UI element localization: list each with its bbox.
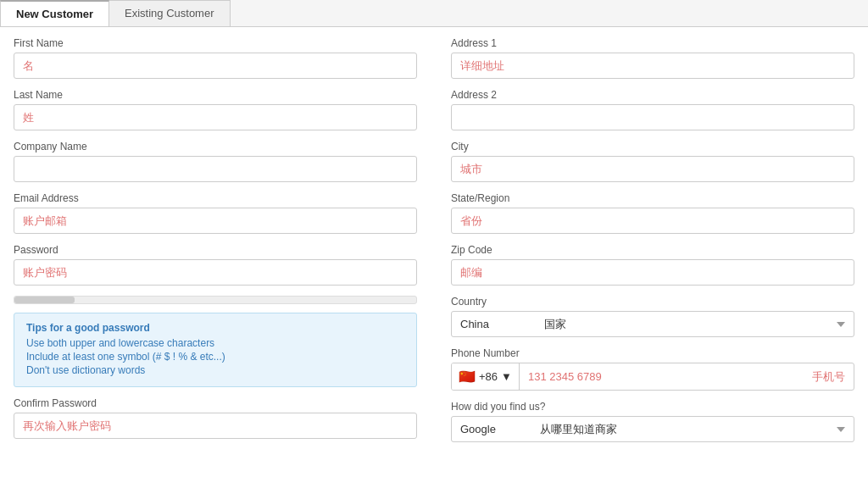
company-name-group: Company Name [14,141,417,182]
city-input[interactable] [451,156,854,182]
state-region-input[interactable] [451,208,854,234]
tab-existing-customer[interactable]: Existing Customer [108,0,230,26]
first-name-input[interactable] [14,53,417,79]
address2-input[interactable] [451,104,854,130]
zip-code-input[interactable] [451,259,854,286]
city-group: City [451,141,854,182]
password-label: Password [14,244,417,256]
password-tips-box: Tips for a good password Use both upper … [14,313,417,387]
last-name-group: Last Name [14,89,417,130]
tips-list: Use both upper and lowercase characters … [26,337,404,376]
address1-input[interactable] [451,53,854,79]
phone-input[interactable] [520,364,812,389]
tips-title: Tips for a good password [26,322,404,334]
state-region-label: State/Region [451,192,854,204]
email-label: Email Address [14,192,417,204]
first-name-group: First Name [14,37,417,79]
tab-new-customer[interactable]: New Customer [0,0,109,26]
tabs-container: New Customer Existing Customer [0,0,868,27]
how-find-label: How did you find us? [451,401,854,413]
dropdown-arrow-icon: ▼ [501,370,512,383]
country-select[interactable]: China 国家 [451,311,854,337]
tip-3: Don't use dictionary words [26,364,404,376]
confirm-password-group: Confirm Password [14,397,417,439]
right-column: Address 1 Address 2 City State/Region Zi… [434,37,854,452]
state-region-group: State/Region [451,192,854,234]
address1-label: Address 1 [451,37,854,49]
company-name-label: Company Name [14,141,417,152]
company-name-input[interactable] [14,156,417,182]
country-group: Country China 国家 [451,296,854,337]
phone-row: 🇨🇳 +86 ▼ 手机号 [451,363,854,391]
how-find-select[interactable]: Google 从哪里知道商家 [451,416,854,442]
phone-label: Phone Number [451,347,854,359]
confirm-password-label: Confirm Password [14,397,417,409]
phone-flag-selector[interactable]: 🇨🇳 +86 ▼ [452,363,520,390]
city-label: City [451,141,854,152]
zip-code-group: Zip Code [451,244,854,286]
address1-group: Address 1 [451,37,854,79]
phone-group: Phone Number 🇨🇳 +86 ▼ 手机号 [451,347,854,391]
form-container: First Name Last Name Company Name Email … [0,27,868,463]
left-column: First Name Last Name Company Name Email … [14,37,434,452]
password-group: Password [14,244,417,286]
last-name-label: Last Name [14,89,417,101]
tip-2: Include at least one symbol (# $ ! % & e… [26,351,404,363]
how-find-group: How did you find us? Google 从哪里知道商家 [451,401,854,442]
zip-code-label: Zip Code [451,244,854,256]
phone-hint: 手机号 [812,369,854,385]
last-name-input[interactable] [14,104,417,130]
first-name-label: First Name [14,37,417,49]
email-input[interactable] [14,208,417,234]
password-strength-fill [14,297,75,303]
password-strength-bar [14,296,417,304]
country-label: Country [451,296,854,308]
address2-group: Address 2 [451,89,854,130]
password-input[interactable] [14,259,417,286]
confirm-password-input[interactable] [14,413,417,439]
tip-1: Use both upper and lowercase characters [26,337,404,349]
email-group: Email Address [14,192,417,234]
flag-icon: 🇨🇳 [459,369,476,385]
address2-label: Address 2 [451,89,854,101]
country-code: +86 [479,370,498,383]
